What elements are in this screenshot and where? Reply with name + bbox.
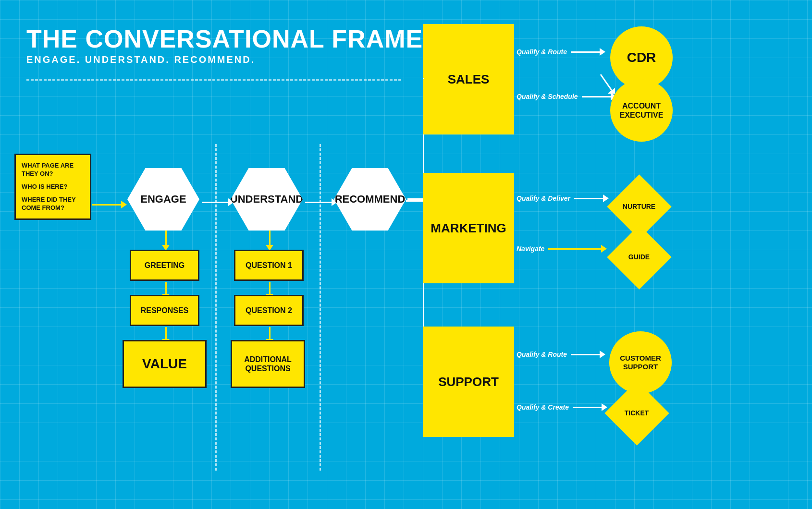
question2-box: QUESTION 2 — [234, 295, 304, 326]
arrow-engage-to-greeting — [162, 230, 170, 251]
responses-box: RESPONSES — [130, 295, 199, 326]
connector-qualify-schedule: Qualify & Schedule — [517, 93, 616, 100]
connector-qualify-route-support: Qualify & Route — [517, 351, 605, 358]
dashed-vert-1 — [215, 144, 217, 471]
arrow-engage-understand — [202, 198, 234, 206]
marketing-box: MARKETING — [423, 173, 514, 283]
question-1: WHAT PAGE ARE THEY ON? — [22, 162, 84, 178]
sales-box: SALES — [423, 24, 514, 134]
connector-qualify-create: Qualify & Create — [517, 403, 607, 411]
dashed-vert-2 — [320, 144, 321, 471]
arrow-understand-recommend — [305, 198, 337, 206]
main-container: THE CONVERSATIONAL FRAMEWORK ENGAGE. UND… — [0, 0, 812, 509]
support-box: SUPPORT — [423, 327, 514, 437]
guide-diamond: GUIDE — [610, 228, 668, 286]
connector-navigate: Navigate — [517, 245, 607, 253]
ticket-diamond: TICKET — [608, 384, 665, 442]
recommend-hex: RECOMMEND — [334, 168, 406, 230]
account-executive-circle: ACCOUNT EXECUTIVE — [610, 79, 673, 142]
greeting-box: GREETING — [130, 250, 199, 281]
arrow-understand-to-q1 — [266, 230, 273, 251]
arrow-q-to-engage — [92, 201, 127, 208]
question-2: WHO IS HERE? — [22, 183, 84, 191]
diagonal-arrow — [598, 72, 615, 94]
additional-questions-box: ADDITIONAL QUESTIONS — [231, 340, 305, 388]
questions-box: WHAT PAGE ARE THEY ON? WHO IS HERE? WHER… — [14, 154, 91, 220]
connector-qualify-route-sales: Qualify & Route — [517, 48, 605, 56]
question1-box: QUESTION 1 — [234, 250, 304, 281]
engage-hex: ENGAGE — [127, 168, 199, 230]
value-box: VALUE — [123, 340, 207, 388]
svg-line-0 — [601, 74, 612, 90]
dashed-divider — [26, 79, 401, 81]
connector-qualify-deliver: Qualify & Deliver — [517, 194, 609, 202]
understand-hex: UNDERSTAND — [231, 168, 303, 230]
question-3: WHERE DID THEY COME FROM? — [22, 196, 84, 212]
